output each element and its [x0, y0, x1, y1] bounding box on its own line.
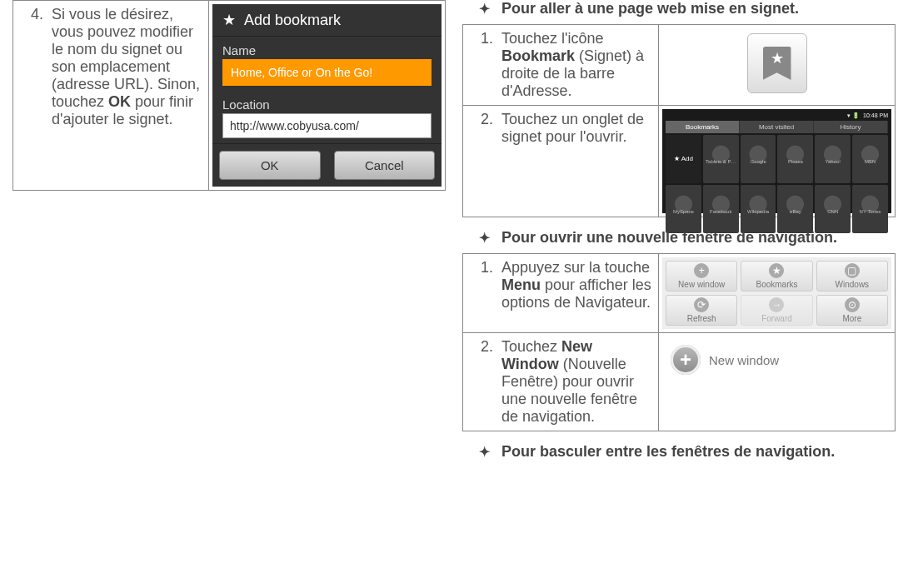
menu-refresh[interactable]: ⟳Refresh [666, 295, 737, 326]
bullet-icon: ✦ [479, 1, 490, 17]
thumb[interactable]: Yahoo! [815, 135, 851, 183]
thumb[interactable]: Google [741, 135, 776, 183]
menu-forward[interactable]: →Forward [741, 295, 812, 326]
name-field[interactable]: Home, Office or On the Go! [222, 59, 432, 86]
location-field[interactable]: http://www.cobyusa.com/ [222, 113, 432, 138]
step-text: Si vous le désirez, vous pouvez modifier… [43, 1, 209, 191]
thumb[interactable]: MSN [852, 135, 888, 183]
thumb[interactable]: CNN [815, 185, 851, 233]
step-number: 1. [463, 25, 494, 106]
step-text: Touchez l'icône Bookmark (Signet) à droi… [493, 25, 659, 106]
step-number: 2. [463, 106, 494, 217]
step-text: Touchez New Window (Nouvelle Fenêtre) po… [493, 333, 659, 431]
name-label: Name [212, 37, 442, 59]
step-text: Appuyez sur la touche Menu pour afficher… [493, 254, 659, 333]
dialog-title: Add bookmark [244, 12, 341, 29]
thumb[interactable]: Wikipedia [741, 185, 776, 233]
new-window-button-cell: New window [659, 333, 896, 431]
thumb[interactable]: Picasa [777, 135, 813, 183]
menu-new-window[interactable]: +New window [666, 261, 737, 292]
menu-more[interactable]: ⊙More [816, 295, 888, 326]
ok-button[interactable]: OK [219, 151, 321, 180]
menu-bookmarks[interactable]: ★Bookmarks [741, 261, 812, 292]
heading-bookmarked-page: ✦ Pour aller à une page web mise en sign… [462, 0, 896, 24]
menu-windows[interactable]: ▢Windows [816, 261, 888, 292]
tab-most-visited[interactable]: Most visited [740, 121, 814, 133]
star-icon: ★ [222, 11, 236, 29]
thumb[interactable]: MySpace [666, 185, 701, 233]
thumb[interactable]: eBay [777, 185, 813, 233]
add-bookmark-dialog: ★ Add bookmark Name Home, Office or On t… [212, 4, 442, 187]
thumb[interactable]: Facebook [703, 185, 739, 233]
bookmark-section-table: 1. Touchez l'icône Bookmark (Signet) à d… [462, 24, 896, 217]
bookmarks-grid: ▾ 🔋10:48 PM Bookmarks Most visited Histo… [662, 109, 891, 213]
heading-switch-windows: ✦ Pour basculer entre les fenêtres de na… [462, 443, 896, 467]
browser-menu-cell: +New window ★Bookmarks ▢Windows ⟳Refresh… [659, 254, 896, 333]
bookmark-icon[interactable] [747, 33, 807, 93]
new-window-button[interactable]: New window [662, 336, 891, 383]
add-bookmark-thumb[interactable]: ★ Add [666, 135, 701, 183]
left-step-table: 4. Si vous le désirez, vous pouvez modif… [12, 0, 446, 191]
thumb[interactable]: Tablets & P… [703, 135, 739, 183]
step-text: Touchez un onglet de signet pour l'ouvri… [493, 106, 659, 217]
browser-menu: +New window ★Bookmarks ▢Windows ⟳Refresh… [662, 257, 891, 329]
tab-history[interactable]: History [814, 121, 888, 133]
cancel-button[interactable]: Cancel [334, 151, 436, 180]
step-image: ★ Add bookmark Name Home, Office or On t… [209, 1, 446, 191]
step-number: 2. [463, 333, 494, 431]
bookmark-icon-cell [659, 25, 896, 106]
heading-new-window: ✦ Pour ouvrir une nouvelle fenêtre de na… [462, 229, 896, 253]
thumb[interactable]: NY Times [852, 185, 888, 233]
step-number: 4. [13, 1, 44, 191]
bullet-icon: ✦ [479, 230, 490, 246]
bullet-icon: ✦ [479, 444, 490, 460]
tab-bookmarks[interactable]: Bookmarks [666, 121, 740, 133]
step-number: 1. [463, 254, 494, 333]
bookmark-grid-cell: ▾ 🔋10:48 PM Bookmarks Most visited Histo… [659, 106, 896, 217]
plus-circle-icon [671, 345, 701, 375]
newwindow-section-table: 1. Appuyez sur la touche Menu pour affic… [462, 253, 896, 431]
location-label: Location [212, 91, 442, 113]
